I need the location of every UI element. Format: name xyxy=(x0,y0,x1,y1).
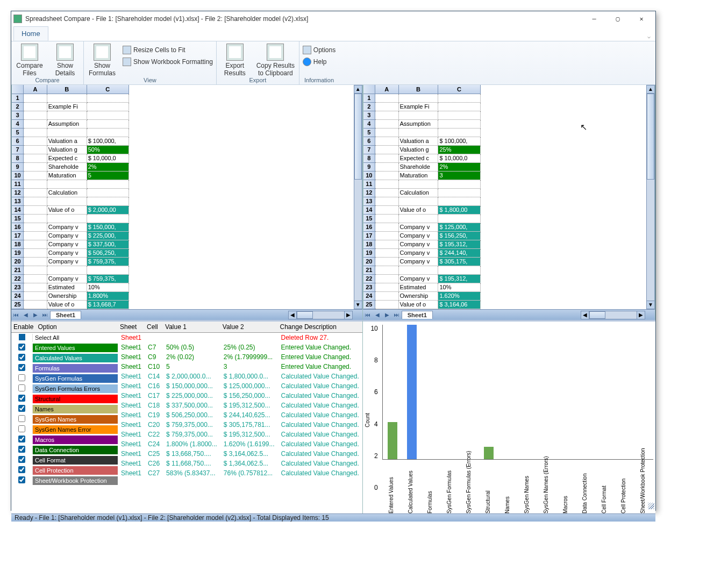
option-row[interactable]: Entered Values xyxy=(11,343,118,353)
vscroll-left[interactable]: ▲▼ xyxy=(354,85,362,309)
content-area: ABC12Example Fi34Assumption56Valuation a… xyxy=(11,85,655,513)
sheet-nav-right: ⏮◀▶⏭ Sheet1 ◀▶ xyxy=(363,309,655,320)
group-view: Show Formulas Resize Cells to Fit Show W… xyxy=(84,41,217,84)
option-swatch: SysGen Names xyxy=(33,415,118,424)
sheet-tab-left[interactable]: Sheet1 xyxy=(50,311,81,319)
results-header[interactable]: Value 1 xyxy=(163,322,220,333)
nav-first-r[interactable]: ⏮ xyxy=(363,312,373,318)
results-header[interactable]: Value 2 xyxy=(220,322,278,333)
ribbon-collapse-icon[interactable]: ⌵ xyxy=(646,32,652,41)
results-row[interactable]: Sheet1C1053Entered Value Changed. xyxy=(118,362,362,372)
option-row[interactable]: SysGen Formulas Errors xyxy=(11,384,118,394)
option-row[interactable]: Cell Protection xyxy=(11,466,118,476)
option-row[interactable]: Formulas xyxy=(11,363,118,374)
nav-next-r[interactable]: ▶ xyxy=(382,312,392,318)
option-row[interactable]: SysGen Names xyxy=(11,415,118,425)
results-panel[interactable]: SheetCellValue 1Value 2Change Descriptio… xyxy=(118,322,362,513)
results-row[interactable]: Sheet1C750% (0.5)25% (0.25)Entered Value… xyxy=(118,342,362,352)
nav-last[interactable]: ⏭ xyxy=(40,312,50,318)
nav-prev-r[interactable]: ◀ xyxy=(373,312,382,318)
results-row[interactable]: Sheet1C18$ 337,500,000...$ 195,312,500..… xyxy=(118,401,362,410)
option-checkbox[interactable] xyxy=(18,395,25,402)
option-row[interactable]: Sheet/Workbook Protection xyxy=(11,476,118,486)
compare-files-button[interactable]: Compare Files xyxy=(15,42,45,77)
option-checkbox[interactable] xyxy=(18,374,25,381)
option-checkbox[interactable] xyxy=(18,415,25,422)
chart-x-label: Entered Values xyxy=(388,503,394,513)
option-row[interactable]: Calculated Values xyxy=(11,353,118,363)
copy-clipboard-button[interactable]: Copy Results to Clipboard xyxy=(255,42,296,77)
option-checkbox[interactable] xyxy=(18,405,25,412)
nav-first[interactable]: ⏮ xyxy=(11,312,21,318)
close-button[interactable]: ✕ xyxy=(630,11,653,26)
options-panel: EnableOption Select AllEntered ValuesCal… xyxy=(11,322,118,513)
show-formulas-button[interactable]: Show Formulas xyxy=(87,42,117,77)
results-row[interactable]: Sheet1C19$ 506,250,000...$ 244,140,625..… xyxy=(118,410,362,420)
results-row[interactable]: Sheet1C20$ 759,375,000...$ 305,175,781..… xyxy=(118,420,362,430)
option-row[interactable]: SysGen Names Error xyxy=(11,425,118,435)
option-checkbox[interactable] xyxy=(18,354,25,361)
resize-cells-label: Resize Cells to Fit xyxy=(133,46,185,54)
option-row[interactable]: Cell Format xyxy=(11,455,118,466)
results-row[interactable]: Sheet1C14$ 2,000,000.0...$ 1,800,000.0..… xyxy=(118,372,362,381)
show-details-button[interactable]: Show Details xyxy=(50,42,80,77)
results-row[interactable]: Sheet1C241.800% (1.8000...1.620% (1.6199… xyxy=(118,439,362,449)
results-row[interactable]: Sheet1C92% (0.02)2% (1.7999999...Entered… xyxy=(118,352,362,362)
resize-cells-button[interactable]: Resize Cells to Fit xyxy=(123,45,213,55)
option-swatch: Data Connection xyxy=(33,446,118,454)
option-swatch: Names xyxy=(33,405,118,413)
results-row[interactable]: Sheet1C26$ 11,668,750....$ 1,364,062.5..… xyxy=(118,459,362,468)
results-row[interactable]: Sheet1C22$ 759,375,000...$ 195,312,500..… xyxy=(118,430,362,439)
chart-bar xyxy=(388,422,397,459)
chart-x-label: Names xyxy=(504,503,510,513)
nav-prev[interactable]: ◀ xyxy=(21,312,31,318)
window-title: Spreadsheet Compare - File 1: [Sharehold… xyxy=(25,15,582,23)
nav-last-r[interactable]: ⏭ xyxy=(392,312,402,318)
results-header[interactable]: Change Description xyxy=(278,322,362,333)
results-header[interactable]: Cell xyxy=(145,322,163,333)
option-checkbox[interactable] xyxy=(18,344,25,351)
results-row[interactable]: Sheet1Deleted Row 27. xyxy=(118,332,362,342)
grid-right[interactable]: ABC12Example Fi34Assumption56Valuation a… xyxy=(363,85,655,309)
help-label: Help xyxy=(313,58,327,66)
hscroll-left[interactable]: ◀▶ xyxy=(288,311,353,319)
option-row[interactable]: Select All xyxy=(11,333,118,343)
option-checkbox[interactable] xyxy=(19,334,25,340)
maximize-button[interactable]: ▢ xyxy=(606,11,630,26)
option-checkbox[interactable] xyxy=(18,456,25,463)
hscroll-right[interactable]: ◀▶ xyxy=(581,311,645,319)
option-checkbox[interactable] xyxy=(18,384,25,391)
option-checkbox[interactable] xyxy=(18,476,25,483)
results-row[interactable]: Sheet1C17$ 225,000,000...$ 156,250,000..… xyxy=(118,391,362,401)
resize-grip-icon[interactable] xyxy=(648,503,654,509)
option-checkbox[interactable] xyxy=(18,364,25,371)
option-checkbox[interactable] xyxy=(18,436,25,442)
minimize-button[interactable]: — xyxy=(582,11,606,26)
option-checkbox[interactable] xyxy=(18,425,25,432)
grid-left[interactable]: ABC12Example Fi34Assumption56Valuation a… xyxy=(11,85,362,309)
vscroll-right[interactable]: ▲▼ xyxy=(646,85,655,309)
options-button[interactable]: Options xyxy=(303,45,336,55)
results-row[interactable]: Sheet1C27583% (5.83437...76% (0.757812..… xyxy=(118,468,362,478)
option-row[interactable]: Macros xyxy=(11,435,118,445)
help-button[interactable]: Help xyxy=(303,56,336,67)
results-header[interactable]: Sheet xyxy=(118,322,145,333)
show-formulas-label: Show Formulas xyxy=(87,62,117,77)
results-row[interactable]: Sheet1C16$ 150,000,000...$ 125,000,000..… xyxy=(118,381,362,391)
option-checkbox[interactable] xyxy=(18,446,25,453)
results-row[interactable]: Sheet1C25$ 13,668,750....$ 3,164,062.5..… xyxy=(118,449,362,459)
sheet-nav-left: ⏮◀▶⏭ Sheet1 ◀▶ xyxy=(11,309,362,320)
option-row[interactable]: SysGen Formulas xyxy=(11,374,118,384)
sheet-tab-right[interactable]: Sheet1 xyxy=(402,311,433,319)
option-checkbox[interactable] xyxy=(18,466,25,473)
group-info: Options Help Information xyxy=(299,41,339,84)
tab-home[interactable]: Home xyxy=(13,26,48,41)
option-swatch: Entered Values xyxy=(33,344,118,352)
option-row[interactable]: Data Connection xyxy=(11,445,118,455)
option-row[interactable]: Names xyxy=(11,404,118,415)
option-row[interactable]: Structural xyxy=(11,394,118,404)
nav-next[interactable]: ▶ xyxy=(31,312,40,318)
gear-icon xyxy=(303,46,311,54)
show-wb-formatting-button[interactable]: Show Workbook Formatting xyxy=(123,56,213,67)
export-results-button[interactable]: Export Results xyxy=(220,42,250,77)
